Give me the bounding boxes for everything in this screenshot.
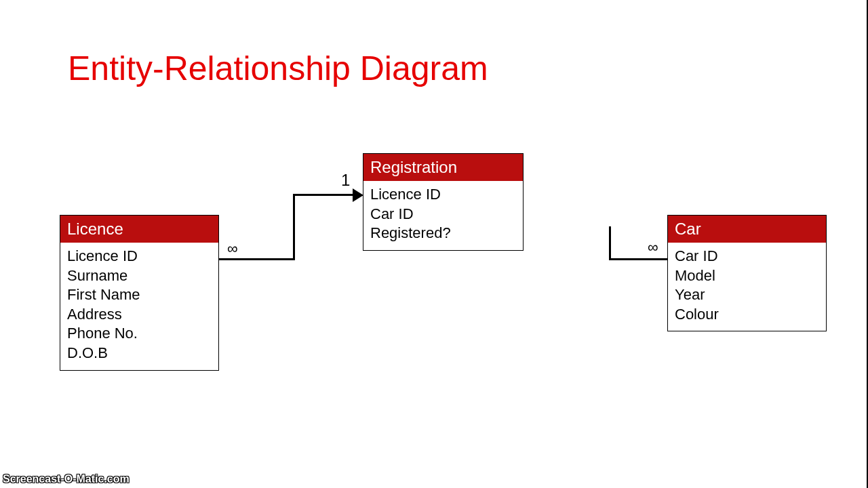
diagram-title: Entity-Relationship Diagram	[68, 49, 488, 88]
attr: Phone No.	[67, 324, 212, 344]
entity-car-header: Car	[668, 216, 826, 243]
entity-registration-header: Registration	[363, 154, 523, 181]
attr: Address	[67, 305, 212, 325]
arrow-icon	[353, 188, 363, 202]
entity-car: Car Car ID Model Year Colour	[667, 215, 827, 331]
attr: Registered?	[370, 224, 516, 243]
attr: Year	[675, 285, 819, 305]
attr: Colour	[675, 305, 819, 325]
connector-line	[293, 194, 357, 196]
cardinality-one: 1	[341, 171, 350, 190]
cardinality-many: ∞	[648, 239, 658, 256]
attr: Surname	[67, 266, 212, 286]
entity-registration-body: Licence ID Car ID Registered?	[363, 181, 523, 250]
attr: D.O.B	[67, 344, 212, 363]
attr: Model	[675, 266, 819, 286]
connector-line	[293, 194, 295, 260]
connector-line	[609, 258, 667, 260]
entity-licence: Licence Licence ID Surname First Name Ad…	[60, 215, 219, 371]
entity-licence-body: Licence ID Surname First Name Address Ph…	[60, 243, 218, 370]
entity-registration: Registration Licence ID Car ID Registere…	[363, 153, 524, 251]
attr: Car ID	[675, 247, 819, 266]
attr: Licence ID	[370, 185, 516, 205]
attr: First Name	[67, 285, 212, 305]
attr: Licence ID	[67, 247, 212, 266]
connector-line	[609, 226, 611, 260]
attr: Car ID	[370, 205, 516, 224]
entity-car-body: Car ID Model Year Colour	[668, 243, 826, 331]
entity-licence-header: Licence	[60, 216, 218, 243]
watermark: Screencast-O-Matic.com	[3, 473, 130, 485]
connector-line	[219, 258, 295, 260]
cardinality-many: ∞	[227, 240, 238, 258]
